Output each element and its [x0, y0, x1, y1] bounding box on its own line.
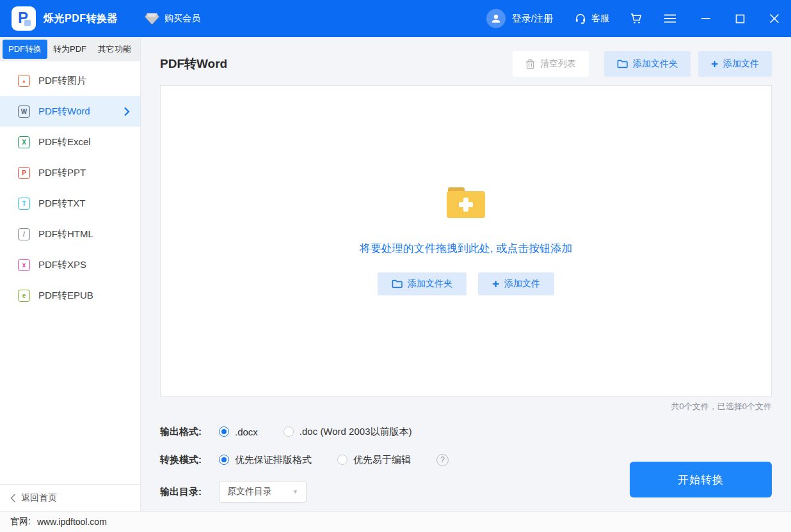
clear-list-button[interactable]: 清空列表 — [513, 51, 589, 77]
support-button[interactable]: 客服 — [575, 13, 609, 24]
radio-button-icon — [284, 426, 294, 437]
radio-easy-edit[interactable]: 优先易于编辑 — [337, 454, 411, 466]
pdf-to-image-icon: ▲ — [18, 75, 30, 87]
pdf-to-html-icon: / — [18, 228, 30, 240]
chevron-right-icon — [124, 107, 130, 116]
back-home-button[interactable]: 返回首页 — [0, 484, 140, 511]
folder-icon — [392, 279, 403, 288]
pdf-to-ppt-icon: P — [18, 167, 30, 179]
radio-docx[interactable]: .docx — [219, 426, 258, 437]
output-dir-label: 输出目录: — [160, 486, 219, 498]
sidebar-tabs: PDF转换 转为PDF 其它功能 — [0, 37, 140, 61]
tab-pdf-convert[interactable]: PDF转换 — [3, 40, 47, 59]
pdf-to-xps-icon: x — [18, 259, 30, 271]
output-dir-value: 原文件目录 — [227, 486, 272, 497]
radio-button-icon — [337, 455, 348, 465]
output-format-label: 输出格式: — [160, 426, 219, 438]
pdf-to-word-icon: W — [18, 106, 30, 118]
title-bar: P 烁光PDF转换器 购买会员 登录/注册 — [0, 0, 791, 37]
page-title: PDF转Word — [160, 56, 227, 72]
sidebar-item-label: PDF转图片 — [38, 75, 86, 87]
dropzone-add-folder-label: 添加文件夹 — [408, 278, 452, 290]
caret-down-icon: ▼ — [292, 489, 298, 495]
help-icon[interactable]: ? — [436, 454, 449, 466]
support-label: 客服 — [591, 13, 609, 24]
radio-button-icon — [219, 455, 229, 465]
trash-icon — [525, 59, 535, 69]
sidebar-item-label: PDF转PPT — [38, 167, 86, 179]
dropzone-add-folder-button[interactable]: 添加文件夹 — [378, 272, 467, 295]
menu-button[interactable] — [664, 13, 676, 24]
add-folder-large-icon — [445, 186, 486, 219]
output-dir-select[interactable]: 原文件目录 ▼ — [219, 481, 307, 503]
close-button[interactable] — [769, 13, 779, 24]
close-icon — [769, 13, 779, 24]
minimize-button[interactable] — [701, 13, 711, 24]
sidebar-item-label: PDF转Excel — [38, 136, 91, 148]
maximize-button[interactable] — [735, 14, 745, 24]
main-panel: PDF转Word 清空列表 — [141, 37, 791, 511]
add-folder-label: 添加文件夹 — [633, 58, 678, 70]
app-window: P 烁光PDF转换器 购买会员 登录/注册 — [0, 0, 791, 532]
sidebar-item-pdf-to-xps[interactable]: x PDF转XPS — [0, 249, 140, 280]
folder-icon — [617, 59, 628, 68]
sidebar: PDF转换 转为PDF 其它功能 ▲ PDF转图片 W PDF转Word X — [0, 37, 141, 511]
sidebar-item-pdf-to-epub[interactable]: e PDF转EPUB — [0, 280, 140, 311]
pdf-to-txt-icon: T — [18, 198, 30, 210]
minimize-icon — [701, 13, 711, 24]
buy-member-label: 购买会员 — [164, 13, 200, 24]
sidebar-item-label: PDF转TXT — [38, 198, 85, 210]
add-file-button[interactable]: + 添加文件 — [698, 51, 772, 77]
dropzone-add-file-button[interactable]: + 添加文件 — [478, 272, 554, 295]
sidebar-item-label: PDF转Word — [38, 106, 90, 118]
login-label: 登录/注册 — [512, 13, 553, 25]
radio-keep-layout[interactable]: 优先保证排版格式 — [219, 454, 312, 466]
site-label: 官网: — [10, 516, 31, 528]
login-button[interactable]: 登录/注册 — [486, 9, 553, 28]
dropzone-add-file-label: 添加文件 — [504, 278, 540, 290]
app-logo-icon: P — [12, 6, 36, 31]
sidebar-item-label: PDF转XPS — [38, 259, 86, 271]
start-convert-button[interactable]: 开始转换 — [630, 462, 772, 497]
sidebar-item-label: PDF转HTML — [38, 228, 93, 240]
chevron-left-icon — [10, 494, 16, 503]
back-home-label: 返回首页 — [21, 492, 57, 504]
cart-icon — [630, 12, 643, 25]
pdf-to-epub-icon: e — [18, 290, 30, 302]
convert-mode-label: 转换模式: — [160, 454, 219, 466]
add-folder-button[interactable]: 添加文件夹 — [604, 51, 691, 77]
hamburger-icon — [664, 13, 676, 24]
sidebar-item-pdf-to-image[interactable]: ▲ PDF转图片 — [0, 65, 140, 96]
add-file-label: 添加文件 — [723, 58, 759, 70]
plus-icon: + — [711, 58, 718, 70]
file-dropzone[interactable]: 将要处理的文件拖拽到此处, 或点击按钮添加 添加文件夹 + 添加文件 — [160, 85, 772, 396]
sidebar-item-pdf-to-ppt[interactable]: P PDF转PPT — [0, 157, 140, 188]
tab-other-functions[interactable]: 其它功能 — [92, 40, 137, 59]
dropzone-hint: 将要处理的文件拖拽到此处, 或点击按钮添加 — [360, 241, 572, 256]
plus-icon: + — [492, 278, 499, 290]
radio-doc[interactable]: .doc (Word 2003以前版本) — [284, 426, 412, 438]
sidebar-item-label: PDF转EPUB — [38, 290, 93, 302]
sidebar-item-pdf-to-excel[interactable]: X PDF转Excel — [0, 127, 140, 157]
app-title: 烁光PDF转换器 — [44, 12, 118, 26]
sidebar-nav: ▲ PDF转图片 W PDF转Word X PDF转Excel P PDF转PP… — [0, 61, 140, 484]
tab-to-pdf[interactable]: 转为PDF — [47, 40, 92, 59]
diamond-icon — [145, 13, 159, 25]
avatar-icon — [486, 9, 506, 28]
radio-button-icon — [219, 426, 229, 437]
status-bar: 官网: www.ipdftool.com — [0, 511, 791, 532]
pdf-to-excel-icon: X — [18, 136, 30, 148]
sidebar-item-pdf-to-html[interactable]: / PDF转HTML — [0, 219, 140, 249]
cart-button[interactable] — [630, 12, 643, 25]
sidebar-item-pdf-to-txt[interactable]: T PDF转TXT — [0, 188, 140, 219]
maximize-icon — [735, 14, 745, 24]
clear-list-label: 清空列表 — [540, 58, 576, 70]
buy-member-button[interactable]: 购买会员 — [145, 13, 200, 25]
headset-icon — [575, 13, 587, 24]
sidebar-item-pdf-to-word[interactable]: W PDF转Word — [0, 96, 140, 127]
site-url[interactable]: www.ipdftool.com — [37, 517, 107, 527]
file-count-status: 共0个文件，已选择0个文件 — [160, 401, 772, 412]
